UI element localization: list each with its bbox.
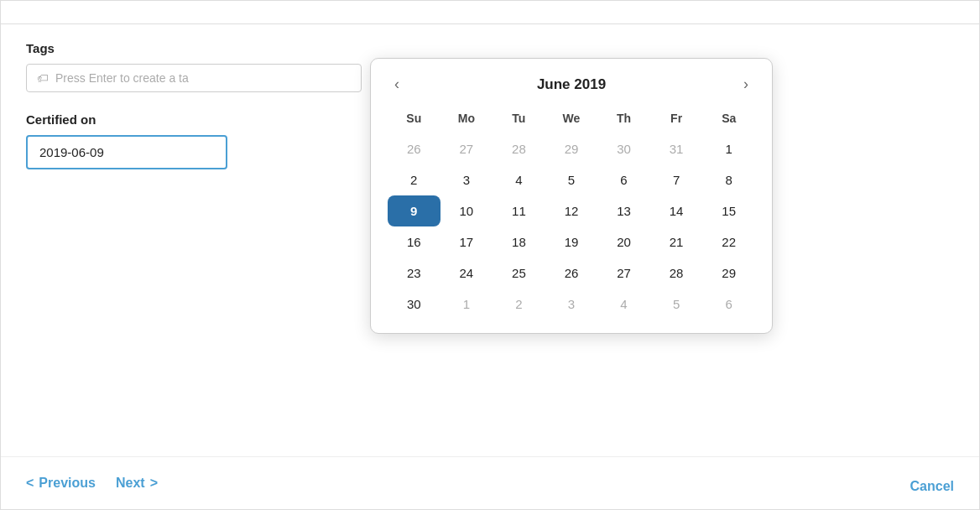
- calendar-day-cell[interactable]: 23: [388, 258, 440, 289]
- calendar-grid: SuMoTuWeThFrSa 2627282930311234567891011…: [388, 107, 755, 320]
- calendar-day-cell[interactable]: 30: [597, 133, 650, 164]
- next-label: Next: [116, 476, 145, 491]
- calendar-day-cell[interactable]: 6: [702, 289, 755, 320]
- previous-button[interactable]: < Previous: [26, 472, 96, 494]
- calendar-day-cell[interactable]: 27: [597, 258, 650, 289]
- certified-date-input[interactable]: [26, 135, 227, 169]
- chevron-left-icon: <: [26, 476, 34, 491]
- calendar-day-cell[interactable]: 5: [650, 289, 703, 320]
- calendar-day-cell[interactable]: 28: [493, 133, 545, 164]
- calendar-day-header: Mo: [440, 107, 493, 133]
- calendar-day-cell[interactable]: 22: [702, 226, 755, 258]
- top-bar: [1, 1, 979, 24]
- calendar-day-cell[interactable]: 1: [440, 289, 493, 320]
- calendar-day-cell[interactable]: 9: [388, 195, 440, 226]
- calendar-day-cell[interactable]: 7: [650, 164, 703, 195]
- calendar-day-header: Su: [388, 107, 440, 133]
- calendar-day-cell[interactable]: 6: [597, 164, 650, 195]
- calendar-day-header: Th: [597, 107, 650, 133]
- calendar-next-button[interactable]: ›: [737, 72, 755, 96]
- calendar-day-cell[interactable]: 16: [388, 226, 440, 258]
- cancel-button[interactable]: Cancel: [910, 479, 954, 494]
- page-container: Tags 🏷 Press Enter to create a ta Certif…: [0, 0, 980, 510]
- calendar-day-cell[interactable]: 21: [650, 226, 703, 258]
- calendar-popup: ‹ June 2019 › SuMoTuWeThFrSa 26272829303…: [370, 58, 773, 334]
- calendar-day-cell[interactable]: 28: [650, 258, 703, 289]
- calendar-day-cell[interactable]: 5: [545, 164, 598, 195]
- calendar-day-header: Tu: [493, 107, 545, 133]
- tags-input-wrapper[interactable]: 🏷 Press Enter to create a ta: [26, 64, 362, 92]
- calendar-day-cell[interactable]: 3: [545, 289, 598, 320]
- calendar-header: ‹ June 2019 ›: [388, 72, 755, 96]
- calendar-day-cell[interactable]: 29: [545, 133, 598, 164]
- footer-nav: < Previous Next > Cancel: [1, 456, 979, 509]
- calendar-day-cell[interactable]: 14: [650, 195, 703, 226]
- calendar-day-cell[interactable]: 4: [597, 289, 650, 320]
- calendar-day-cell[interactable]: 30: [388, 289, 440, 320]
- calendar-prev-button[interactable]: ‹: [388, 72, 406, 96]
- calendar-day-cell[interactable]: 4: [493, 164, 545, 195]
- calendar-day-cell[interactable]: 2: [388, 164, 440, 195]
- calendar-day-cell[interactable]: 3: [440, 164, 493, 195]
- calendar-day-cell[interactable]: 1: [702, 133, 755, 164]
- calendar-day-cell[interactable]: 13: [597, 195, 650, 226]
- calendar-day-cell[interactable]: 26: [545, 258, 598, 289]
- calendar-day-header: Fr: [650, 107, 703, 133]
- main-content: Tags 🏷 Press Enter to create a ta Certif…: [1, 24, 979, 509]
- tag-icon: 🏷: [37, 71, 49, 85]
- calendar-day-cell[interactable]: 2: [493, 289, 545, 320]
- calendar-day-cell[interactable]: 11: [493, 195, 545, 226]
- calendar-day-cell[interactable]: 18: [493, 226, 545, 258]
- previous-label: Previous: [39, 476, 96, 491]
- calendar-day-cell[interactable]: 26: [388, 133, 440, 164]
- calendar-day-header: Sa: [702, 107, 755, 133]
- calendar-day-cell[interactable]: 10: [440, 195, 493, 226]
- calendar-day-cell[interactable]: 12: [545, 195, 598, 226]
- calendar-day-cell[interactable]: 8: [702, 164, 755, 195]
- tags-placeholder: Press Enter to create a ta: [55, 71, 189, 85]
- calendar-day-cell[interactable]: 29: [702, 258, 755, 289]
- chevron-right-icon: >: [150, 476, 158, 491]
- calendar-day-cell[interactable]: 31: [650, 133, 703, 164]
- calendar-day-cell[interactable]: 27: [440, 133, 493, 164]
- calendar-day-cell[interactable]: 20: [597, 226, 650, 258]
- calendar-title: June 2019: [537, 76, 606, 93]
- calendar-day-cell[interactable]: 19: [545, 226, 598, 258]
- calendar-day-cell[interactable]: 17: [440, 226, 493, 258]
- calendar-day-cell[interactable]: 15: [702, 195, 755, 226]
- calendar-day-cell[interactable]: 25: [493, 258, 545, 289]
- calendar-day-cell[interactable]: 24: [440, 258, 493, 289]
- calendar-day-header: We: [545, 107, 598, 133]
- next-button[interactable]: Next >: [116, 472, 158, 494]
- tags-label: Tags: [26, 41, 954, 55]
